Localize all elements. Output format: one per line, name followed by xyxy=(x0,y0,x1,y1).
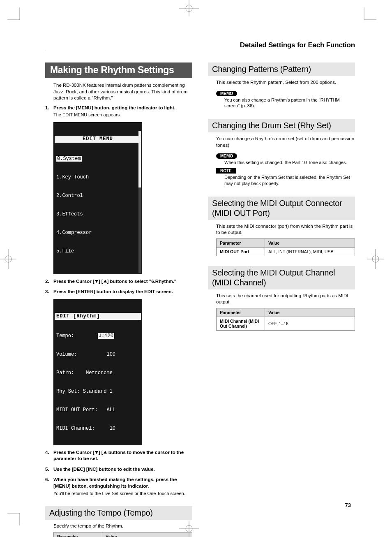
note-badge: NOTE xyxy=(216,168,236,174)
lcd-edit-rhythm: EDIT [Rhythm] Tempo: ♩:120 Volume: 100 P… xyxy=(53,299,142,445)
rhyset-desc: You can change a Rhythm's drum set (set … xyxy=(216,136,355,148)
intro-text: The RD-300NX features internal drum patt… xyxy=(53,82,192,102)
tempo-heading: Adjusting the Tempo (Tempo) xyxy=(45,506,192,520)
steps-list: Press the [MENU] button, getting the ind… xyxy=(45,105,192,118)
memo-badge: MEMO xyxy=(216,91,237,96)
left-column: Making the Rhythm Settings The RD-300NX … xyxy=(45,62,192,537)
right-column: Changing Patterns (Pattern) This selects… xyxy=(208,62,355,537)
register-mark-left xyxy=(0,247,16,271)
svg-marker-5 xyxy=(104,280,107,282)
register-mark-bottom xyxy=(177,521,201,537)
down-triangle-icon xyxy=(95,450,99,454)
step-6: When you have finished making the settin… xyxy=(45,477,192,496)
midich-table: ParameterValue MIDI Channel (MIDI Out Ch… xyxy=(216,308,355,331)
tempo-table: ParameterValue Tempo10–500 xyxy=(53,532,192,537)
down-triangle-icon xyxy=(95,279,99,283)
page-header: Detailed Settings for Each Function xyxy=(45,41,355,52)
step-4: Press the Cursor [] [ buttons to move th… xyxy=(45,449,192,462)
steps-list-cont: Press the Cursor [] [] buttons to select… xyxy=(45,278,192,295)
step-3: Press the [ENTER] button to display the … xyxy=(45,289,192,295)
page-number: 73 xyxy=(345,502,351,508)
step-1: Press the [MENU] button, getting the ind… xyxy=(45,105,192,118)
rhyset-note: Depending on the Rhythm Set that is sele… xyxy=(224,174,355,187)
memo-badge: MEMO xyxy=(216,153,237,159)
pattern-desc: This selects the Rhythm pattern. Select … xyxy=(216,79,355,86)
svg-marker-4 xyxy=(95,280,98,283)
steps-list-cont2: Press the Cursor [] [ buttons to move th… xyxy=(45,449,192,496)
crop-mark xyxy=(360,7,376,24)
rhyset-memo: When this setting is changed, the Part 1… xyxy=(224,160,355,166)
step-2: Press the Cursor [] [] buttons to select… xyxy=(45,278,192,285)
svg-marker-7 xyxy=(104,451,107,454)
svg-marker-6 xyxy=(95,451,98,454)
midiout-desc: This sets the MIDI connector (port) from… xyxy=(216,223,355,236)
register-mark-top xyxy=(177,0,201,16)
crop-mark xyxy=(7,7,24,24)
lcd-edit-menu: EDIT MENU 0.System 1.Key Touch 2.Control… xyxy=(53,122,142,274)
main-heading: Making the Rhythm Settings xyxy=(45,62,192,78)
midich-heading: Selecting the MIDI Output Channel (MIDI … xyxy=(208,266,355,289)
midich-desc: This sets the channel used for outputtin… xyxy=(216,293,355,306)
step-5: Use the [DEC] [INC] buttons to edit the … xyxy=(45,466,192,473)
midiout-heading: Selecting the MIDI Output Connector (MID… xyxy=(208,197,355,220)
crop-mark xyxy=(7,509,24,525)
pattern-heading: Changing Patterns (Pattern) xyxy=(208,62,355,76)
rhyset-heading: Changing the Drum Set (Rhy Set) xyxy=(208,119,355,132)
tempo-desc: Specify the tempo of the Rhythm. xyxy=(53,523,192,530)
pattern-memo: You can also change a Rhythm's pattern i… xyxy=(224,97,355,109)
up-triangle-icon xyxy=(103,279,107,283)
register-mark-right xyxy=(367,247,384,271)
midiout-table: ParameterValue MIDI OUT PortALL, INT (IN… xyxy=(216,238,355,256)
up-triangle-icon xyxy=(103,450,107,454)
